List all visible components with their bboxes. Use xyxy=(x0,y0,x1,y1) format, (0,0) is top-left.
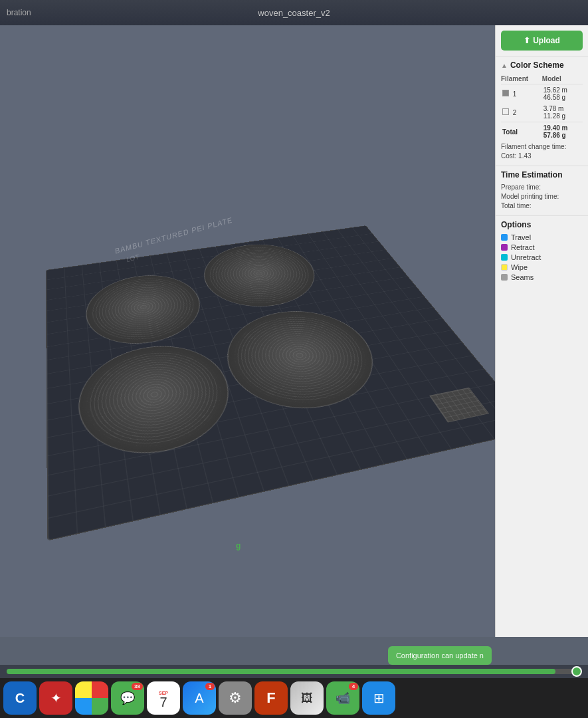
filament-2-weight: 11.28 g xyxy=(543,112,565,120)
filament-total-row: Total 19.40 m 57.86 g xyxy=(501,122,583,142)
option-seams: Seams xyxy=(501,273,583,281)
dock-app-windows[interactable]: ⊞ xyxy=(362,681,395,715)
wipe-dot xyxy=(501,264,508,271)
dock-app-chrome[interactable] xyxy=(75,681,108,715)
dock-app-appstore[interactable]: A 1 xyxy=(183,681,216,715)
retract-dot xyxy=(501,244,508,251)
progress-fill xyxy=(7,669,555,674)
window-title: woven_coaster_v2 xyxy=(258,8,330,18)
facetime-badge: 4 xyxy=(349,683,358,690)
unretract-label: Unretract xyxy=(511,253,541,261)
filament-row-2: 2 3.78 m 11.28 g xyxy=(501,103,583,122)
model-col-header: Model xyxy=(542,74,583,84)
filament-1-length: 15.62 m xyxy=(543,86,567,94)
progress-thumb xyxy=(571,666,582,677)
nav-text: bration xyxy=(7,8,31,17)
option-unretract: Unretract xyxy=(501,253,583,261)
dock-app-calendar[interactable]: SEP 7 xyxy=(147,681,180,715)
time-estimation-label: Time Estimation xyxy=(501,170,562,180)
color-scheme-label: Color Scheme xyxy=(510,60,564,70)
filament-2-length: 3.78 m xyxy=(543,105,564,112)
main-viewport: Bambu Textured PEI Plate LOT g xyxy=(0,25,495,637)
dock-app-preview[interactable]: 🖼 xyxy=(290,681,324,715)
color-scheme-section: ▲ Color Scheme Filament Model 1 15.62 m xyxy=(496,56,588,166)
total-stats: 19.40 m 57.86 g xyxy=(542,122,583,142)
corner-swatch xyxy=(429,388,489,423)
total-length: 19.40 m xyxy=(543,124,568,132)
upload-label: Upload xyxy=(533,36,560,45)
dock-app-facetime[interactable]: 📹 4 xyxy=(326,681,359,715)
filament-table: Filament Model 1 15.62 m 46.58 g xyxy=(501,74,583,141)
time-estimation-header: Time Estimation xyxy=(501,170,583,180)
travel-dot xyxy=(501,234,508,241)
chevron-icon: ▲ xyxy=(501,62,508,69)
filament-2-color xyxy=(502,108,509,115)
filament-1-stats: 15.62 m 46.58 g xyxy=(542,84,583,104)
filament-1-weight: 46.58 g xyxy=(543,94,565,101)
dock-app-syspreferences[interactable]: ⚙ xyxy=(219,681,252,715)
progress-track[interactable] xyxy=(7,669,578,674)
appstore-badge: 1 xyxy=(205,683,215,690)
upload-icon: ⬆ xyxy=(524,36,530,45)
model-printing-time: Model printing time: xyxy=(501,193,583,200)
prepare-time: Prepare time: xyxy=(501,183,583,191)
progress-bar-area[interactable] xyxy=(0,665,588,678)
right-panel: ⬆ Upload ▲ Color Scheme Filament Model 1 xyxy=(495,25,588,637)
option-retract: Retract xyxy=(501,243,583,251)
filament-2-id: 2 xyxy=(513,109,517,116)
coaster-top-left xyxy=(83,269,210,352)
wipe-label: Wipe xyxy=(511,263,528,271)
total-weight: 57.86 g xyxy=(543,132,566,139)
cost-text: Cost: 1.43 xyxy=(501,152,583,160)
filament-1-color xyxy=(502,90,509,96)
coaster-top-right xyxy=(195,239,330,315)
dock: C ✦ 💬 38 SEP 7 A 1 ⚙ F 🖼 📹 4 ⊞ xyxy=(0,678,588,718)
dock-app-messages[interactable]: 💬 38 xyxy=(111,681,144,715)
filament-change-time: Filament change time: xyxy=(501,143,583,150)
calendar-day: 7 xyxy=(159,695,167,709)
coord-label: g xyxy=(236,541,241,550)
filament-1-id: 1 xyxy=(513,90,517,98)
retract-label: Retract xyxy=(511,243,534,251)
total-time: Total time: xyxy=(501,202,583,209)
options-section: Options Travel Retract Unretract Wipe Se… xyxy=(496,215,588,287)
total-label: Total xyxy=(501,122,542,142)
print-bed xyxy=(46,225,495,540)
filament-col-header: Filament xyxy=(501,74,542,84)
option-wipe: Wipe xyxy=(501,263,583,271)
dock-app-creality[interactable]: C xyxy=(3,681,37,715)
time-estimation-section: Time Estimation Prepare time: Model prin… xyxy=(496,166,588,215)
color-scheme-header: ▲ Color Scheme xyxy=(501,60,583,70)
dock-app-wolfram[interactable]: ✦ xyxy=(39,681,72,715)
unretract-dot xyxy=(501,254,508,261)
messages-badge: 38 xyxy=(132,683,143,690)
upload-button[interactable]: ⬆ Upload xyxy=(501,31,583,51)
filament-row-1: 1 15.62 m 46.58 g xyxy=(501,84,583,104)
filament-2-stats: 3.78 m 11.28 g xyxy=(542,103,583,122)
dock-app-bambu[interactable]: F xyxy=(254,681,288,715)
title-bar: bration woven_coaster_v2 xyxy=(0,0,588,25)
travel-label: Travel xyxy=(511,233,531,241)
options-label: Options xyxy=(501,220,531,229)
bed-surface xyxy=(46,225,495,540)
seams-label: Seams xyxy=(511,273,534,281)
option-travel: Travel xyxy=(501,233,583,241)
notification-banner: Configuration can update n xyxy=(388,646,492,665)
seams-dot xyxy=(501,274,508,281)
coaster-bottom-right xyxy=(214,302,398,421)
notification-text: Configuration can update n xyxy=(396,652,484,659)
options-header: Options xyxy=(501,220,583,229)
coaster-bottom-left xyxy=(76,336,245,468)
